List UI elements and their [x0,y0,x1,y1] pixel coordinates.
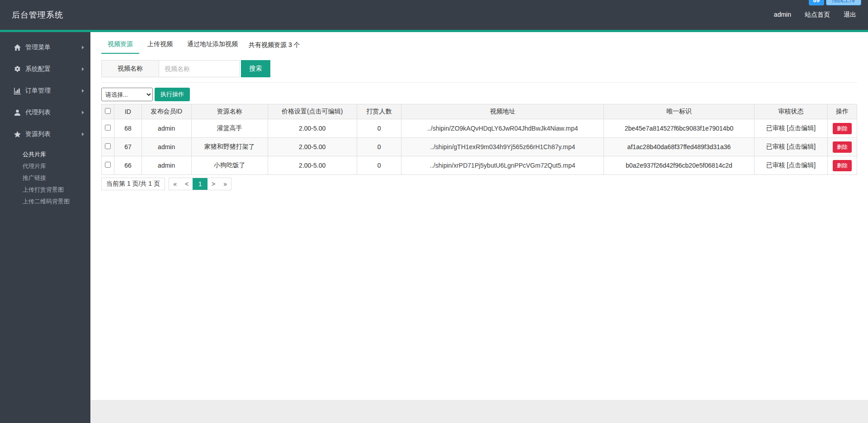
pagination-info: 当前第 1 页/共 1 页 [101,178,165,190]
sidebar-subitem-upload-qrcode-bg[interactable]: 上传二维码背景图 [0,196,90,207]
video-resource-table: ID 发布会员ID 资源名称 价格设置(点击可编辑) 打赏人数 视频地址 唯一标… [101,104,857,175]
cell-price-editable[interactable]: 2.00-5.00 [268,156,357,175]
cell-id: 66 [114,156,142,175]
cell-tip-count: 0 [357,119,401,138]
sidebar: 管理菜单 系统配置 订单管理 代理列表 [0,32,90,423]
resource-count-summary: 共有视频资源 3 个 [246,40,303,54]
extension-upload-button[interactable]: 拖拽上传 [826,0,861,5]
cell-member-id: admin [142,138,191,156]
bar-chart-icon [14,87,21,95]
sidebar-subitem-promo-link[interactable]: 推广链接 [0,172,90,184]
col-header-unique-id: 唯一标识 [604,104,755,119]
sidebar-item-system-config[interactable]: 系统配置 [0,58,90,80]
search-field-label: 视频名称 [101,60,159,77]
delete-button[interactable]: 删除 [833,141,852,153]
sidebar-subitem-agent-library[interactable]: 代理片库 [0,160,90,172]
table-header-row: ID 发布会员ID 资源名称 价格设置(点击可编辑) 打赏人数 视频地址 唯一标… [102,104,857,119]
cell-id: 68 [114,119,142,138]
tab-upload-video[interactable]: 上传视频 [141,39,179,54]
col-header-price: 价格设置(点击可编辑) [268,104,357,119]
row-checkbox[interactable] [105,162,111,168]
cell-tip-count: 0 [357,138,401,156]
cell-resource-name: 家猪和野猪打架了 [191,138,268,156]
sidebar-item-order-manage[interactable]: 订单管理 [0,80,90,102]
table-row: 67 admin 家猪和野猪打架了 2.00-5.00 0 ../shipin/… [102,138,857,156]
cell-audit-status[interactable]: 已审核 [点击编辑] [754,138,827,156]
pagination-last-button[interactable]: » [219,178,231,190]
cell-id: 67 [114,138,142,156]
footer-strip [90,400,868,423]
cell-member-id: admin [142,156,191,175]
home-icon [14,44,21,52]
navbar-links: admin 站点首页 退出 [774,11,856,19]
row-checkbox[interactable] [105,125,111,131]
search-input[interactable] [159,60,240,77]
pagination-buttons: « < 1 > » [169,178,231,190]
chevron-right-icon [82,132,84,136]
sidebar-item-agent-list[interactable]: 代理列表 [0,102,90,123]
cell-audit-status[interactable]: 已审核 [点击编辑] [754,156,827,175]
tab-video-resources[interactable]: 视频资源 [101,39,139,54]
row-checkbox[interactable] [105,143,111,149]
col-header-audit-status: 审核状态 [754,104,827,119]
cell-video-url: ../shipin/gTH1exR9m034h9Yj565z66rH1Ch87y… [401,138,604,156]
cell-unique-id: 2be45e7a814527f6bc9083f1e79014b0 [604,119,755,138]
col-header-video-url: 视频地址 [401,104,604,119]
pagination-next-button[interactable]: > [208,178,219,190]
cell-price-editable[interactable]: 2.00-5.00 [268,119,357,138]
sidebar-submenu: 公共片库 代理片库 推广链接 上传打赏背景图 上传二维码背景图 [0,149,90,207]
col-header-id: ID [114,104,142,119]
extension-count-badge: 69 [809,0,824,5]
select-all-checkbox[interactable] [105,108,111,114]
chevron-right-icon [82,111,84,114]
main-content: 视频资源 上传视频 通过地址添加视频 共有视频资源 3 个 视频名称 搜索 请选… [90,32,868,400]
table-row: 68 admin 灌篮高手 2.00-5.00 0 ../shipin/ZO9k… [102,119,857,138]
navbar-link-site-home[interactable]: 站点首页 [805,11,830,19]
cell-unique-id: af1ac28b40da68f37ffed489f3d31a36 [604,138,755,156]
navbar-link-logout[interactable]: 退出 [844,11,856,19]
chevron-right-icon [82,89,84,93]
top-navbar: 后台管理系统 69 拖拽上传 admin 站点首页 退出 [0,0,868,30]
gears-icon [14,66,21,73]
cell-tip-count: 0 [357,156,401,175]
chevron-right-icon [82,67,84,71]
browser-extension-overlay[interactable]: 69 拖拽上传 [809,0,861,5]
pagination-prev-button[interactable]: < [181,178,193,190]
search-form: 视频名称 搜索 [101,60,857,77]
navbar-link-admin[interactable]: admin [774,11,791,19]
cell-audit-status[interactable]: 已审核 [点击编辑] [754,119,827,138]
sidebar-subitem-public-library[interactable]: 公共片库 [0,149,90,160]
col-header-tip-count: 打赏人数 [357,104,401,119]
star-icon [14,131,21,138]
col-header-actions: 操作 [827,104,857,119]
app-title: 后台管理系统 [12,9,63,20]
tab-add-video-by-url[interactable]: 通过地址添加视频 [181,39,244,54]
bulk-action-bar: 请选择... 执行操作 [101,88,857,101]
cell-unique-id: b0a2e937f26d42f96cb20e5f06814c2d [604,156,755,175]
cell-resource-name: 小狗吃饭了 [191,156,268,175]
execute-action-button[interactable]: 执行操作 [155,88,190,101]
pagination: 当前第 1 页/共 1 页 « < 1 > » [101,178,857,190]
pagination-first-button[interactable]: « [169,178,181,190]
sidebar-item-resource-list[interactable]: 资源列表 [0,123,90,145]
bulk-action-select[interactable]: 请选择... [101,88,153,101]
chevron-right-icon [82,46,84,49]
cell-resource-name: 灌篮高手 [191,119,268,138]
user-icon [14,109,21,117]
cell-video-url: ../shipin/ZO9kAQvHDqLY6JwR04JhdBwJk4Niaw… [401,119,604,138]
delete-button[interactable]: 删除 [833,123,852,134]
cell-price-editable[interactable]: 2.00-5.00 [268,138,357,156]
sidebar-item-manage-menu[interactable]: 管理菜单 [0,37,90,58]
sidebar-subitem-upload-reward-bg[interactable]: 上传打赏背景图 [0,184,90,196]
table-row: 66 admin 小狗吃饭了 2.00-5.00 0 ../shipin/xrP… [102,156,857,175]
delete-button[interactable]: 删除 [833,160,852,171]
search-button[interactable]: 搜索 [241,60,270,77]
col-header-member-id: 发布会员ID [142,104,191,119]
tab-bar: 视频资源 上传视频 通过地址添加视频 共有视频资源 3 个 [101,32,857,54]
pagination-page-1[interactable]: 1 [193,178,208,190]
cell-video-url: ../shipin/xrPD71Pj5ybutU6LgnPPcVGm72Qut5… [401,156,604,175]
col-header-resource-name: 资源名称 [191,104,268,119]
section-divider [101,82,857,83]
cell-member-id: admin [142,119,191,138]
